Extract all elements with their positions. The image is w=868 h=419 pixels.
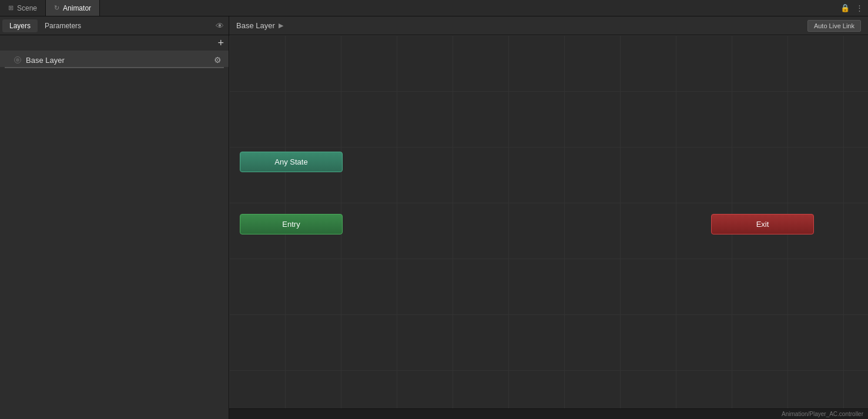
status-path: Animation/Player_AC.controller <box>782 411 863 417</box>
status-bar: Animation/Player_AC.controller <box>229 408 868 419</box>
sidebar-tab-layers[interactable]: Layers <box>2 19 38 32</box>
auto-live-link-button[interactable]: Auto Live Link <box>807 20 861 32</box>
main-layout: Layers Parameters 👁 + Base Layer ⚙ Base … <box>0 16 868 419</box>
sidebar-tab-parameters-label: Parameters <box>45 22 81 30</box>
sidebar-tab-layers-label: Layers <box>9 22 31 30</box>
sidebar-tabs: Layers Parameters 👁 <box>0 16 229 35</box>
sidebar-tab-parameters[interactable]: Parameters <box>38 19 88 32</box>
animator-icon: ↻ <box>54 4 59 12</box>
more-menu-icon[interactable]: ⋮ <box>856 4 863 12</box>
any-state-label: Any State <box>274 157 307 166</box>
tab-animator-label: Animator <box>63 4 91 12</box>
layer-toggle <box>14 56 21 63</box>
exit-node[interactable]: Exit <box>711 214 814 234</box>
breadcrumb-arrow-icon: ▶ <box>279 22 283 29</box>
animator-header: Base Layer ▶ Auto Live Link <box>229 16 868 35</box>
sidebar: Layers Parameters 👁 + Base Layer ⚙ <box>0 16 229 419</box>
tab-scene[interactable]: ⊞ Scene <box>0 0 46 16</box>
tab-animator[interactable]: ↻ Animator <box>46 0 100 16</box>
add-layer-button[interactable]: + <box>217 38 224 48</box>
animator-grid[interactable]: Any State Entry Exit <box>229 35 868 408</box>
title-bar-right: 🔒 ⋮ <box>840 0 868 16</box>
eye-icon[interactable]: 👁 <box>216 21 226 31</box>
exit-label: Exit <box>756 220 769 229</box>
breadcrumb-label: Base Layer <box>236 21 275 30</box>
entry-node[interactable]: Entry <box>240 214 343 234</box>
layer-item-label: Base Layer <box>26 56 214 65</box>
any-state-node[interactable]: Any State <box>240 152 343 172</box>
animator-canvas: Base Layer ▶ Auto Live Link Any State En… <box>229 16 868 419</box>
layer-divider <box>5 67 224 68</box>
scene-icon: ⊞ <box>8 4 14 12</box>
sidebar-add-row: + <box>0 35 229 51</box>
tab-bar: ⊞ Scene ↻ Animator 🔒 ⋮ <box>0 0 868 16</box>
lock-icon[interactable]: 🔒 <box>840 4 850 12</box>
tab-scene-label: Scene <box>17 4 37 12</box>
entry-label: Entry <box>282 220 300 229</box>
layer-item-base[interactable]: Base Layer ⚙ <box>0 51 229 67</box>
layer-gear-icon[interactable]: ⚙ <box>214 55 222 65</box>
